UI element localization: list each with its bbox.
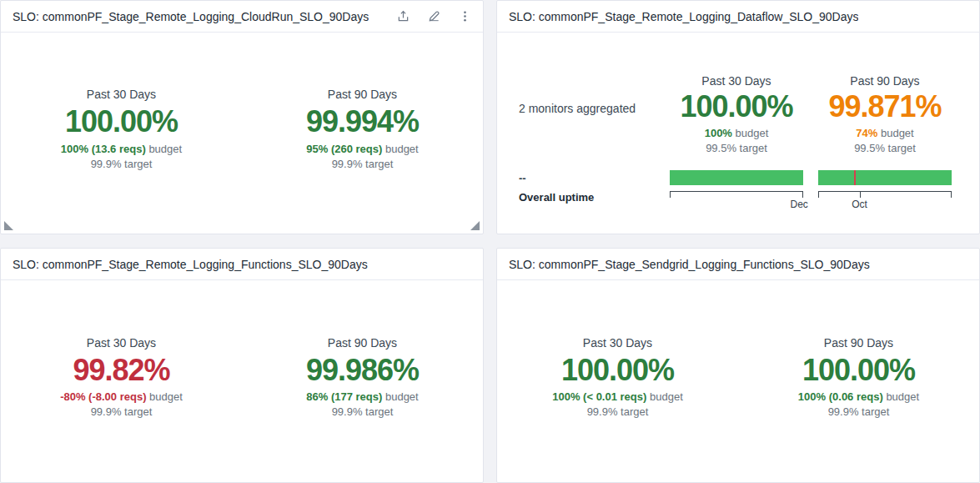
slo-stat-90d: Past 90 Days 99.871% 74% budget 99.5% ta… bbox=[811, 33, 959, 170]
widget-header: SLO: commonPF_Stage_Remote_Logging_Funct… bbox=[1, 249, 483, 280]
budget-value: 74% bbox=[856, 127, 877, 139]
uptime-bar-cell-90d: Oct bbox=[811, 170, 959, 204]
budget-line: 100% (< 0.01 reqs) budget bbox=[497, 390, 738, 403]
slo-dashboard: SLO: commonPF_Stage_Remote_Logging_Cloud… bbox=[0, 0, 980, 483]
budget-word: budget bbox=[886, 390, 919, 403]
target-line: 99.9% target bbox=[497, 405, 738, 418]
budget-word: budget bbox=[148, 143, 182, 155]
period-label: Past 90 Days bbox=[738, 336, 979, 350]
slo-stat-30d: Past 30 Days 100.00% 100% budget 99.5% t… bbox=[662, 33, 811, 170]
widget-header: SLO: commonPF_Stage_Remote_Logging_Cloud… bbox=[1, 1, 483, 33]
uptime-bar-cell-30d: Dec bbox=[662, 170, 811, 204]
budget-value: 86% (177 reqs) bbox=[306, 390, 382, 403]
menu-icon[interactable] bbox=[458, 10, 471, 23]
axis-tick-start bbox=[670, 192, 671, 198]
axis-month-label: Dec bbox=[791, 199, 808, 210]
axis-tick-end bbox=[802, 192, 803, 198]
monitors-aggregated-label: 2 monitors aggregated bbox=[519, 46, 662, 170]
period-label: Past 30 Days bbox=[1, 336, 242, 350]
slo-widget-functions[interactable]: SLO: commonPF_Stage_Remote_Logging_Funct… bbox=[0, 248, 484, 483]
target-line: 99.9% target bbox=[242, 405, 483, 418]
slo-value: 100.00% bbox=[662, 90, 811, 123]
budget-word: budget bbox=[385, 390, 419, 403]
edit-icon[interactable] bbox=[427, 10, 440, 23]
budget-value: 95% (260 reqs) bbox=[306, 143, 382, 155]
period-label: Past 90 Days bbox=[242, 88, 483, 101]
target-line: 99.9% target bbox=[1, 405, 242, 418]
slo-value: 100.00% bbox=[1, 105, 242, 138]
widget-title: SLO: commonPF_Stage_Remote_Logging_Dataf… bbox=[509, 10, 858, 23]
time-axis: Oct bbox=[818, 191, 952, 197]
slo-widget-cloudrun[interactable]: SLO: commonPF_Stage_Remote_Logging_Cloud… bbox=[0, 0, 484, 234]
period-label: Past 90 Days bbox=[811, 74, 959, 88]
budget-word: budget bbox=[650, 390, 683, 403]
budget-line: 100% (13.6 reqs) budget bbox=[1, 143, 242, 155]
slo-widget-sendgrid[interactable]: SLO: commonPF_Stage_Sendgrid_Logging_Fun… bbox=[496, 248, 980, 483]
budget-word: budget bbox=[149, 390, 183, 403]
period-label: Past 30 Days bbox=[1, 88, 242, 101]
widget-title: SLO: commonPF_Stage_Remote_Logging_Cloud… bbox=[13, 10, 369, 23]
time-axis: Dec bbox=[670, 191, 803, 197]
widget-header: SLO: commonPF_Stage_Sendgrid_Logging_Fun… bbox=[497, 249, 979, 280]
axis-tick-mid bbox=[860, 192, 861, 198]
budget-line: 100% (0.06 reqs) budget bbox=[738, 390, 979, 403]
widget-body: 2 monitors aggregated Past 30 Days 100.0… bbox=[497, 33, 979, 234]
slo-stat-90d: Past 90 Days 100.00% 100% (0.06 reqs) bu… bbox=[738, 336, 979, 418]
widget-body: Past 30 Days 100.00% 100% (13.6 reqs) bu… bbox=[1, 33, 483, 234]
slo-stat-30d: Past 30 Days 100.00% 100% (< 0.01 reqs) … bbox=[497, 336, 738, 418]
budget-line: 86% (177 reqs) budget bbox=[242, 390, 483, 403]
axis-tick-end bbox=[951, 192, 952, 198]
budget-word: budget bbox=[385, 143, 419, 155]
slo-value: 99.82% bbox=[1, 354, 242, 387]
slo-value: 99.871% bbox=[811, 90, 959, 123]
uptime-bar-fill bbox=[818, 170, 952, 185]
overall-uptime-label: Overall uptime bbox=[519, 191, 662, 204]
uptime-bar-30d: Dec bbox=[670, 170, 803, 197]
overall-uptime-cell: -- Overall uptime bbox=[519, 170, 662, 204]
widget-title: SLO: commonPF_Stage_Remote_Logging_Funct… bbox=[13, 258, 368, 271]
slo-widget-dataflow[interactable]: SLO: commonPF_Stage_Remote_Logging_Dataf… bbox=[496, 0, 980, 234]
budget-line: 95% (260 reqs) budget bbox=[242, 143, 483, 155]
widget-body: Past 30 Days 100.00% 100% (< 0.01 reqs) … bbox=[497, 280, 979, 482]
export-icon[interactable] bbox=[396, 10, 410, 23]
budget-word: budget bbox=[881, 127, 914, 139]
target-line: 99.9% target bbox=[1, 158, 242, 170]
budget-value: 100% (13.6 reqs) bbox=[61, 143, 146, 155]
uptime-bar-fill bbox=[670, 170, 803, 185]
budget-line: -80% (-8.00 reqs) budget bbox=[1, 390, 242, 403]
widget-body: Past 30 Days 99.82% -80% (-8.00 reqs) bu… bbox=[1, 280, 483, 482]
slo-stat-90d: Past 90 Days 99.994% 95% (260 reqs) budg… bbox=[242, 88, 483, 169]
target-line: 99.5% target bbox=[811, 142, 959, 154]
budget-line: 100% budget bbox=[662, 127, 811, 139]
slo-stat-30d: Past 30 Days 99.82% -80% (-8.00 reqs) bu… bbox=[1, 336, 242, 418]
budget-word: budget bbox=[736, 127, 769, 139]
budget-line: 74% budget bbox=[811, 127, 959, 139]
slo-stat-30d: Past 30 Days 100.00% 100% (13.6 reqs) bu… bbox=[1, 88, 242, 169]
period-label: Past 90 Days bbox=[242, 336, 483, 350]
axis-tick-start bbox=[818, 192, 819, 198]
uptime-bar-90d: Oct bbox=[818, 170, 952, 197]
breach-marker bbox=[854, 170, 856, 185]
widget-header: SLO: commonPF_Stage_Remote_Logging_Dataf… bbox=[497, 1, 979, 33]
budget-value: 100% (0.06 reqs) bbox=[798, 390, 883, 403]
period-label: Past 30 Days bbox=[497, 336, 738, 350]
period-label: Past 30 Days bbox=[662, 74, 811, 88]
target-line: 99.9% target bbox=[242, 158, 483, 170]
overall-uptime-value: -- bbox=[519, 172, 662, 184]
budget-value: 100% (< 0.01 reqs) bbox=[552, 390, 646, 403]
slo-value: 99.994% bbox=[242, 105, 483, 138]
widget-toolbar bbox=[396, 10, 471, 23]
target-line: 99.5% target bbox=[662, 142, 811, 154]
target-line: 99.9% target bbox=[738, 405, 979, 418]
slo-value: 99.986% bbox=[242, 354, 483, 387]
slo-stat-90d: Past 90 Days 99.986% 86% (177 reqs) budg… bbox=[242, 336, 483, 418]
slo-value: 100.00% bbox=[497, 354, 738, 387]
widget-title: SLO: commonPF_Stage_Sendgrid_Logging_Fun… bbox=[509, 258, 870, 271]
slo-value: 100.00% bbox=[738, 354, 979, 387]
budget-value: -80% (-8.00 reqs) bbox=[60, 390, 146, 403]
budget-value: 100% bbox=[705, 127, 732, 139]
axis-month-label: Oct bbox=[852, 199, 867, 210]
